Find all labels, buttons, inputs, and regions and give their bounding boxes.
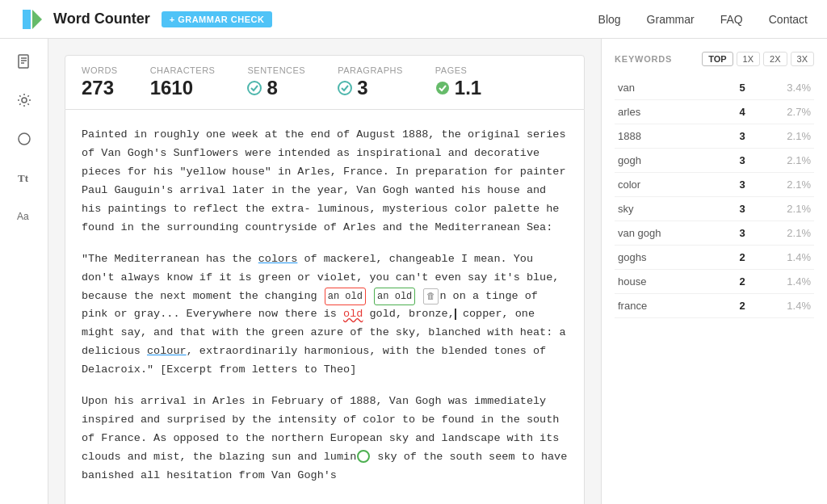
nav-grammar[interactable]: Grammar (647, 13, 695, 26)
header: Word Counter + GRAMMAR CHECK Blog Gramma… (0, 0, 827, 39)
nav-faq[interactable]: FAQ (720, 13, 743, 26)
logo-icon (19, 6, 45, 32)
keyword-tab-top[interactable]: TOP (702, 52, 733, 66)
svg-point-5 (19, 133, 30, 145)
svg-text:Aa: Aa (17, 211, 29, 222)
svg-point-8 (248, 82, 261, 94)
keyword-table: van 5 3.4% arles 4 2.7% 1888 3 2.1% gogh… (615, 76, 814, 318)
svg-point-4 (22, 98, 27, 103)
typography-icon[interactable]: Tt (11, 165, 37, 191)
keyword-row: gogh 3 2.1% (615, 149, 814, 173)
keyword-word: sky (615, 197, 722, 221)
keyword-count: 3 (722, 124, 749, 149)
keyword-pct: 1.4% (749, 270, 814, 294)
paragraph-3: Upon his arrival in Arles in February of… (82, 393, 568, 485)
font-size-icon[interactable]: Aa (11, 204, 37, 229)
stat-paragraphs: PARAGRAPHS 3 (338, 65, 403, 99)
keyword-word: arles (615, 100, 722, 124)
paragraph-1: Painted in roughly one week at the end o… (82, 126, 568, 237)
keyword-pct: 2.1% (749, 149, 814, 173)
stat-characters: CHARACTERS 1610 (150, 65, 216, 99)
keyword-word: gogh (615, 149, 722, 173)
keyword-word: 1888 (615, 124, 722, 149)
circle-outline-icon[interactable] (11, 126, 37, 152)
keyword-pct: 2.7% (749, 100, 814, 124)
keyword-row: goghs 2 1.4% (615, 246, 814, 270)
keyword-row: house 2 1.4% (615, 270, 814, 294)
keyword-word: van gogh (615, 221, 722, 246)
keyword-row: van gogh 3 2.1% (615, 221, 814, 246)
highlight-old: old (343, 308, 363, 320)
keyword-row: france 2 1.4% (615, 294, 814, 318)
highlight-colour: colour (147, 345, 187, 357)
keyword-count: 2 (722, 270, 749, 294)
delete-suggestion-btn[interactable]: 🗑 (423, 288, 439, 305)
keyword-word: goghs (615, 246, 722, 270)
keyword-pct: 2.1% (749, 197, 814, 221)
keyword-count: 4 (722, 100, 749, 124)
keywords-label: KEYWORDS (615, 54, 702, 64)
keyword-count: 2 (722, 294, 749, 318)
stat-words: WORDS 273 (82, 65, 118, 99)
svg-text:Tt: Tt (18, 172, 29, 184)
svg-point-9 (338, 82, 351, 94)
keyword-tab-3x[interactable]: 3X (791, 52, 814, 66)
keyword-tabs: TOP 1X 2X 3X (702, 52, 814, 66)
keywords-header: KEYWORDS TOP 1X 2X 3X (615, 52, 814, 66)
keyword-pct: 2.1% (749, 221, 814, 246)
text-editor[interactable]: Painted in roughly one week at the end o… (65, 110, 585, 504)
header-nav: Blog Grammar FAQ Contact (598, 13, 808, 26)
keyword-count: 5 (722, 76, 749, 100)
keyword-count: 3 (722, 173, 749, 197)
keyword-tab-1x[interactable]: 1X (737, 52, 760, 66)
right-panel: KEYWORDS TOP 1X 2X 3X van 5 3.4% arles 4… (601, 39, 827, 504)
suggestion-anold-2[interactable]: an old (374, 288, 415, 305)
keyword-pct: 2.1% (749, 124, 814, 149)
app-title: Word Counter (53, 10, 150, 27)
nav-blog[interactable]: Blog (598, 13, 621, 26)
highlight-colors: colors (258, 253, 298, 265)
keyword-tab-2x[interactable]: 2X (763, 52, 787, 66)
svg-rect-0 (19, 55, 28, 68)
grammar-check-button[interactable]: + GRAMMAR CHECK (162, 11, 273, 27)
keyword-count: 3 (722, 221, 749, 246)
keyword-row: arles 4 2.7% (615, 100, 814, 124)
document-icon[interactable] (11, 48, 37, 74)
keyword-pct: 1.4% (749, 294, 814, 318)
keyword-row: van 5 3.4% (615, 76, 814, 100)
keyword-row: 1888 3 2.1% (615, 124, 814, 149)
stats-bar: WORDS 273 CHARACTERS 1610 SENTENCES 8 PA… (65, 55, 585, 110)
keyword-pct: 3.4% (749, 76, 814, 100)
content-area: WORDS 273 CHARACTERS 1610 SENTENCES 8 PA… (48, 39, 601, 504)
paragraphs-icon (338, 81, 352, 95)
keyword-count: 2 (722, 246, 749, 270)
svg-point-10 (436, 82, 449, 94)
nav-contact[interactable]: Contact (769, 13, 808, 26)
keyword-row: color 3 2.1% (615, 173, 814, 197)
keyword-word: color (615, 173, 722, 197)
paragraph-2: "The Mediterranean has the colors of mac… (82, 250, 568, 380)
grammar-circle-icon (357, 450, 370, 463)
keyword-count: 3 (722, 197, 749, 221)
pages-icon (435, 81, 450, 95)
keyword-word: van (615, 76, 722, 100)
stat-pages: PAGES 1.1 (435, 65, 481, 99)
keyword-word: france (615, 294, 722, 318)
sentences-icon (247, 81, 262, 95)
main-layout: Tt Aa WORDS 273 CHARACTERS 1610 SENTENCE… (0, 39, 827, 504)
keyword-word: house (615, 270, 722, 294)
keyword-count: 3 (722, 149, 749, 173)
left-sidebar: Tt Aa (0, 39, 48, 504)
text-cursor (455, 309, 456, 320)
keyword-pct: 2.1% (749, 173, 814, 197)
keyword-row: sky 3 2.1% (615, 197, 814, 221)
keyword-pct: 1.4% (749, 246, 814, 270)
gear-icon[interactable] (11, 87, 37, 113)
footer-text: Word Counter — Count words, check gramma… (82, 498, 568, 504)
stat-sentences: SENTENCES 8 (247, 65, 305, 99)
suggestion-anold-1[interactable]: an old (325, 288, 366, 305)
